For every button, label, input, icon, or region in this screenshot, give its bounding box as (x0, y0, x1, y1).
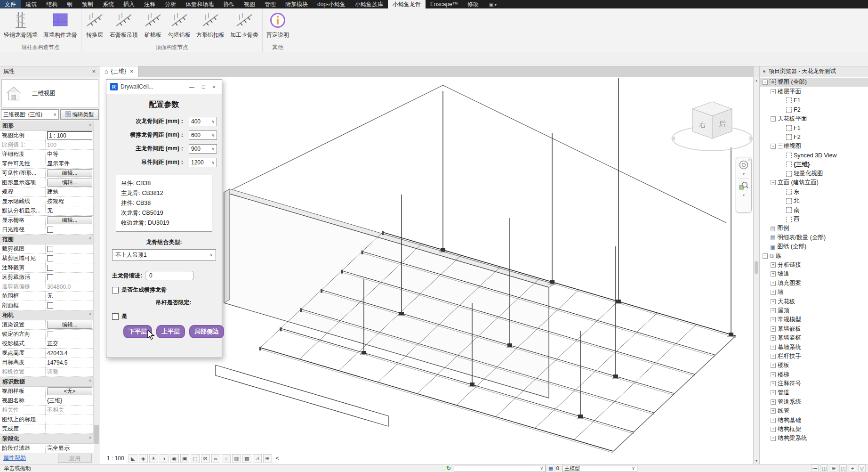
property-value[interactable]: 42043.4 (46, 349, 94, 358)
tree-item[interactable]: +栏杆扶手 (760, 352, 868, 361)
tree-expander[interactable]: + (771, 281, 776, 286)
menu-tab[interactable]: 管理 (260, 0, 281, 8)
scroll-up-icon[interactable]: ▲ (754, 77, 759, 83)
tree-item[interactable]: ▤图例 (760, 224, 868, 233)
select-underlay-toggle[interactable]: ◫ (820, 464, 828, 472)
checkbox[interactable] (47, 227, 53, 233)
close-icon[interactable]: × (748, 157, 750, 162)
dialog-action-button[interactable]: 上平层 (156, 325, 185, 338)
edit-button[interactable]: 编辑... (47, 321, 92, 329)
tree-item[interactable]: +屋顶 (760, 306, 868, 315)
checkbox[interactable] (47, 246, 53, 252)
menu-tab[interactable]: 系统 (98, 0, 119, 8)
shadows-icon[interactable]: ◑ (160, 454, 169, 463)
menu-tab[interactable]: 小鲶鱼龙骨 (388, 0, 426, 8)
property-value[interactable]: 不相关 (46, 406, 94, 415)
property-value[interactable]: 304800.0 (46, 282, 94, 291)
scrollbar-thumb[interactable] (94, 425, 99, 444)
tree-item[interactable]: +结构框架 (760, 425, 868, 434)
tree-item[interactable]: 北 (760, 196, 868, 205)
main-keel-inset-input[interactable]: 0 (145, 271, 194, 280)
menu-tab[interactable]: 注释 (139, 0, 160, 8)
menu-tab[interactable]: 修改 (463, 0, 483, 8)
tree-item[interactable]: −天花板平面 (760, 114, 868, 123)
property-value[interactable]: 按规程 (46, 197, 94, 206)
property-value[interactable] (46, 330, 94, 339)
checkbox[interactable] (47, 302, 53, 309)
tree-item[interactable]: +管道系统 (760, 398, 868, 407)
properties-scrollbar[interactable] (93, 121, 100, 444)
zoom-icon[interactable] (738, 180, 749, 194)
edit-button[interactable]: 编辑... (47, 169, 92, 177)
tree-item[interactable]: ▦明细表/数量 (全部) (760, 233, 868, 242)
tree-expander[interactable]: − (771, 180, 776, 185)
menu-tab[interactable]: dop-小鲶鱼 (313, 0, 350, 8)
tree-item[interactable]: −三维视图 (760, 142, 868, 151)
menu-tab[interactable]: 视图 (239, 0, 260, 8)
property-value[interactable]: 100 (46, 140, 94, 149)
tree-item[interactable]: +幕墙嵌板 (760, 325, 868, 334)
property-value[interactable]: 建筑 (46, 187, 94, 196)
menu-tab[interactable]: 建筑 (21, 0, 41, 8)
select-by-face-toggle[interactable]: ◰ (839, 464, 847, 472)
property-value[interactable]: {三维} (46, 396, 94, 405)
property-value[interactable] (46, 225, 94, 234)
tree-item[interactable]: +墙 (760, 288, 868, 297)
menu-tab[interactable]: Enscape™ (426, 0, 463, 8)
ribbon-button[interactable]: 石膏板吊顶 (107, 9, 141, 39)
tree-item[interactable]: ▣图纸 (全部) (760, 242, 868, 251)
tree-item[interactable]: −立面 (建筑立面) (760, 178, 868, 187)
type-selector-dropdown[interactable]: 三维视图: {三维} ∨ (1, 109, 59, 120)
collapse-icon[interactable]: ^ (89, 237, 91, 242)
drawing-area[interactable]: 右 后 × ▾ ▾ R DrywallCeil... — □ × (100, 77, 753, 464)
chevron-down-icon[interactable]: ▾ (743, 172, 745, 176)
select-links-toggle[interactable]: ⊶ (811, 464, 819, 472)
tree-expander[interactable]: + (771, 436, 776, 441)
visual-style-icon[interactable]: ◈ (139, 454, 148, 463)
close-icon[interactable]: × (210, 84, 218, 90)
property-value[interactable]: <无> (46, 387, 94, 396)
menu-tab[interactable]: 钢 (62, 0, 77, 8)
view-tab[interactable]: ⌂ {三维} × (100, 66, 139, 77)
apply-button[interactable]: 应用 (58, 454, 92, 463)
collapse-control-bar-button[interactable]: < (273, 455, 281, 462)
spacing-dropdown[interactable]: 1200∨ (189, 158, 217, 167)
tree-item[interactable]: +坡道 (760, 269, 868, 278)
collapse-icon[interactable]: ^ (89, 123, 91, 129)
spacing-dropdown[interactable]: 900∨ (189, 144, 217, 154)
rod-limit-yes-checkbox[interactable] (112, 313, 119, 320)
property-value[interactable]: 编辑... (46, 320, 94, 329)
tree-item[interactable]: −⧉族 (760, 251, 868, 260)
tree-item[interactable]: 西 (760, 215, 868, 224)
tree-expander[interactable]: + (771, 363, 776, 368)
menu-tab[interactable]: 协作 (218, 0, 239, 8)
drag-on-selection-toggle[interactable]: + (849, 464, 856, 472)
scroll-down-icon[interactable]: ▼ (754, 458, 759, 464)
property-value[interactable]: 无 (46, 292, 94, 301)
select-pinned-toggle[interactable]: ⊕ (830, 464, 837, 472)
tree-expander[interactable]: + (771, 372, 776, 377)
property-value[interactable]: 1 : 100 (46, 131, 94, 140)
tree-item[interactable]: −视图 (全部) (760, 78, 868, 87)
tree-expander[interactable]: + (771, 427, 776, 432)
tree-expander[interactable]: − (763, 80, 768, 85)
type-preview[interactable]: 三维视图 (1, 79, 98, 107)
menu-tab[interactable]: 体量和场地 (181, 0, 218, 8)
tree-item[interactable]: −楼层平面 (760, 87, 868, 96)
close-icon[interactable]: × (129, 68, 135, 75)
tree-item[interactable]: F1 (760, 123, 868, 132)
panel-menu-icon[interactable]: ▼ (762, 69, 766, 74)
tree-expander[interactable]: + (771, 335, 776, 341)
checkbox[interactable] (47, 255, 53, 261)
property-value[interactable] (46, 415, 94, 424)
tree-expander[interactable]: + (771, 345, 776, 350)
minimize-icon[interactable]: — (187, 84, 197, 90)
workset-dropdown[interactable]: ∨ (454, 465, 546, 472)
menu-tab[interactable]: 小鲶鱼族库 (350, 0, 388, 8)
tree-expander[interactable]: + (771, 317, 776, 322)
tree-expander[interactable]: + (771, 262, 776, 268)
tree-item[interactable]: +结构梁系统 (760, 434, 868, 443)
reveal-hidden-icon[interactable]: ☼ (222, 454, 231, 463)
tree-item[interactable]: +分析链接 (760, 260, 868, 269)
ribbon-button[interactable]: 加工卡骨类 (227, 9, 261, 39)
